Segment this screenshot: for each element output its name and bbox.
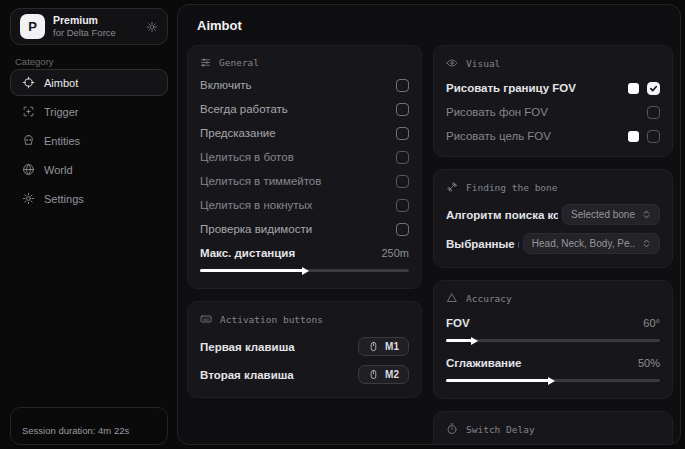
checkbox[interactable] <box>396 103 409 116</box>
unfold-icon <box>642 239 651 248</box>
sidebar-item-aimbot[interactable]: Aimbot <box>10 69 168 96</box>
sidebar-item-world[interactable]: World <box>10 156 168 183</box>
toggle-label: Целиться в ботов <box>200 151 294 163</box>
bone-card: Finding the bone Алгоритм поиска кост Se… <box>433 169 673 268</box>
triangle-icon <box>446 292 458 304</box>
section-header-bone: Finding the bone <box>446 181 660 193</box>
toggle-label: Всегда работать <box>200 103 288 115</box>
keybind-label: Вторая клавиша <box>200 369 294 381</box>
unfold-icon <box>642 210 651 219</box>
checkbox[interactable] <box>647 82 660 95</box>
section-title: General <box>219 57 259 68</box>
mouse-icon <box>368 341 379 352</box>
checkbox[interactable] <box>647 106 660 119</box>
bone-label: Выбранные кос <box>446 238 519 250</box>
session-duration: Session duration: 4m 22s <box>22 425 129 436</box>
page-title: Aimbot <box>197 18 242 33</box>
visual-row: Рисовать цель FOV <box>446 129 660 143</box>
toggle-row: Целиться в тиммейтов <box>200 174 409 188</box>
nav-label: Entities <box>44 135 80 147</box>
keybind-value: M2 <box>385 369 399 380</box>
slider-thumb[interactable] <box>548 377 555 385</box>
product-text: Premium for Delta Force <box>53 14 116 39</box>
toggle-label: Проверка видимости <box>200 223 312 235</box>
entities-icon <box>22 134 35 147</box>
bone-row: Алгоритм поиска кост Selected bone <box>446 204 660 225</box>
slider-fill <box>446 379 551 382</box>
setting-value: 250m <box>381 247 409 259</box>
toggle-label: Целиться в тиммейтов <box>200 175 321 187</box>
toggle-row: Целиться в ботов <box>200 150 409 164</box>
setting-label: Макс. дистанция <box>200 247 295 259</box>
visual-label: Рисовать границу FOV <box>446 82 576 94</box>
bone-label: Алгоритм поиска кост <box>446 209 558 221</box>
fov-slider[interactable] <box>446 336 660 345</box>
slider-thumb[interactable] <box>302 267 309 275</box>
sidebar-item-trigger[interactable]: Trigger <box>10 98 168 125</box>
sidebar-item-entities[interactable]: Entities <box>10 127 168 154</box>
nav-label: Settings <box>44 193 84 205</box>
keybind-button-secondary[interactable]: M2 <box>358 365 409 384</box>
keybind-row: Первая клавиша M1 <box>200 337 409 356</box>
sidebar-nav: Aimbot Trigger Entities World Settings <box>10 69 168 212</box>
visual-card: Visual Рисовать границу FOV Рисовать фон… <box>433 45 673 157</box>
main-panel: Aimbot General Включить Всегда работать … <box>177 4 681 445</box>
toggle-label: Предсказание <box>200 127 276 139</box>
section-title: Switch Delay <box>466 424 535 435</box>
category-label: Category <box>15 56 54 67</box>
color-swatch[interactable] <box>628 131 639 142</box>
session-box: Session duration: 4m 22s <box>10 407 168 445</box>
bone-icon <box>446 181 458 193</box>
section-title: Visual <box>466 58 500 69</box>
section-title: Activation buttons <box>220 314 323 325</box>
nav-label: Trigger <box>44 106 78 118</box>
bone-row: Выбранные кос Head, Neck, Body, Pe.. <box>446 233 660 254</box>
setting-label: FOV <box>446 317 470 329</box>
bone-algorithm-select[interactable]: Selected bone <box>562 204 660 225</box>
keyboard-icon <box>200 313 212 325</box>
setting-label: Сглаживание <box>446 357 521 369</box>
checkbox[interactable] <box>396 151 409 164</box>
toggle-row: Проверка видимости <box>200 222 409 236</box>
sidebar-item-settings[interactable]: Settings <box>10 185 168 212</box>
keybind-button-primary[interactable]: M1 <box>358 337 409 356</box>
toggle-label: Включить <box>200 79 252 91</box>
color-swatch[interactable] <box>628 83 639 94</box>
visual-row: Рисовать фон FOV <box>446 105 660 119</box>
keybind-label: Первая клавиша <box>200 341 295 353</box>
slider-thumb[interactable] <box>471 337 478 345</box>
checkbox[interactable] <box>396 79 409 92</box>
gear-icon[interactable] <box>146 21 158 33</box>
sliders-icon <box>200 57 211 68</box>
visual-row: Рисовать границу FOV <box>446 81 660 95</box>
general-card: General Включить Всегда работать Предска… <box>187 45 422 289</box>
selected-bones-select[interactable]: Head, Neck, Body, Pe.. <box>523 233 660 254</box>
timer-icon <box>446 423 458 435</box>
crosshair-icon <box>22 76 35 89</box>
sidebar: P Premium for Delta Force Category Aimbo… <box>0 0 176 449</box>
dropdown-value: Selected bone <box>571 209 635 220</box>
checkbox[interactable] <box>396 199 409 212</box>
checkbox[interactable] <box>396 175 409 188</box>
checkbox[interactable] <box>396 127 409 140</box>
right-column: Visual Рисовать границу FOV Рисовать фон… <box>433 45 673 445</box>
setting-row: Макс. дистанция 250m <box>200 246 409 260</box>
section-header-accuracy: Accuracy <box>446 292 660 304</box>
toggle-row: Целиться в нокнутых <box>200 198 409 212</box>
checkbox[interactable] <box>396 223 409 236</box>
max-distance-slider[interactable] <box>200 266 409 275</box>
section-header-switch-delay: Switch Delay <box>446 423 660 435</box>
slider-fill <box>446 339 474 342</box>
smoothing-slider[interactable] <box>446 376 660 385</box>
slider-track <box>446 339 660 342</box>
slider-fill <box>200 269 305 272</box>
keybind-value: M1 <box>385 341 399 352</box>
section-title: Accuracy <box>466 293 512 304</box>
toggle-row: Предсказание <box>200 126 409 140</box>
toggle-label: Целиться в нокнутых <box>200 199 313 211</box>
checkbox[interactable] <box>647 130 660 143</box>
nav-label: Aimbot <box>44 77 78 89</box>
product-logo: P <box>20 14 45 39</box>
section-header-activation: Activation buttons <box>200 313 409 325</box>
toggle-row: Включить <box>200 78 409 92</box>
